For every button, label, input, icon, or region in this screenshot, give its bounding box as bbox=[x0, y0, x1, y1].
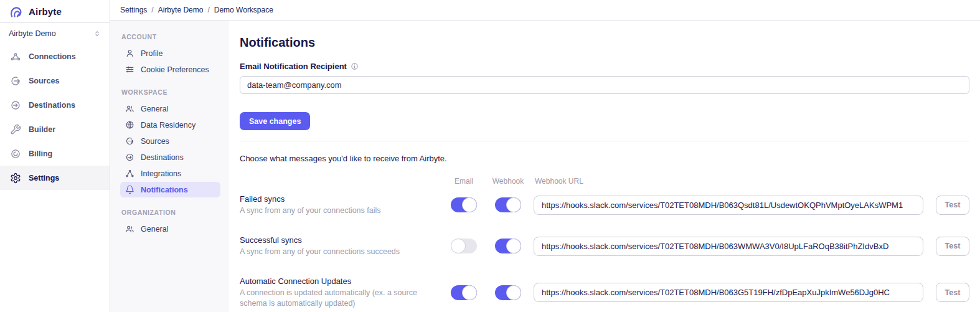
logo[interactable]: Airbyte bbox=[0, 0, 110, 23]
brand-name: Airbyte bbox=[29, 6, 62, 17]
sidebar-item-billing[interactable]: Billing bbox=[0, 141, 110, 166]
save-changes-button[interactable]: Save changes bbox=[240, 112, 310, 130]
webhook-toggle[interactable] bbox=[495, 197, 521, 212]
webhook-toggle[interactable] bbox=[495, 285, 521, 300]
user-icon bbox=[125, 49, 134, 58]
notification-row-successful-syncs: Successful syncs A sync from any of your… bbox=[240, 235, 969, 257]
breadcrumb-settings[interactable]: Settings bbox=[120, 6, 147, 14]
settings-nav-label: General bbox=[141, 105, 168, 113]
workspace-name: Airbyte Demo bbox=[9, 29, 56, 38]
divider bbox=[240, 141, 969, 141]
row-title: Successful syncs bbox=[240, 235, 440, 245]
webhook-url-input[interactable] bbox=[534, 196, 923, 215]
gear-icon bbox=[10, 173, 21, 184]
settings-nav-item-integrations[interactable]: Integrations bbox=[120, 166, 220, 181]
destination-icon bbox=[125, 153, 134, 162]
sidebar-item-label: Builder bbox=[29, 125, 55, 134]
settings-section-organization: ORGANIZATION General bbox=[120, 209, 220, 237]
row-description: A connection is updated automatically (e… bbox=[240, 288, 440, 309]
email-recipient-label: Email Notification Recipient bbox=[240, 62, 347, 71]
sidebar-item-sources[interactable]: Sources bbox=[0, 69, 110, 93]
email-column-header: Email bbox=[445, 177, 483, 186]
airbyte-logo-icon bbox=[9, 4, 24, 19]
section-title: WORKSPACE bbox=[120, 88, 220, 96]
sliders-icon bbox=[125, 65, 134, 74]
settings-nav-item-destinations[interactable]: Destinations bbox=[120, 149, 220, 165]
settings-nav-label: Destinations bbox=[141, 153, 184, 162]
breadcrumb-separator: / bbox=[207, 6, 209, 14]
webhook-url-column-header: Webhook URL bbox=[534, 177, 923, 186]
section-title: ORGANIZATION bbox=[120, 209, 220, 216]
settings-nav-label: Notifications bbox=[141, 186, 188, 194]
email-recipient-input[interactable] bbox=[240, 76, 969, 94]
chevrons-up-down-icon bbox=[93, 30, 101, 37]
source-icon bbox=[10, 75, 21, 87]
test-button[interactable]: Test bbox=[936, 283, 969, 302]
settings-nav-item-cookie-preferences[interactable]: Cookie Preferences bbox=[120, 62, 220, 77]
right-column: Settings / Airbyte Demo / Demo Workspace… bbox=[110, 0, 980, 312]
settings-nav-item-notifications[interactable]: Notifications bbox=[120, 182, 220, 197]
breadcrumb-organization[interactable]: Airbyte Demo bbox=[158, 6, 204, 14]
sidebar-item-builder[interactable]: Builder bbox=[0, 117, 110, 141]
connections-icon bbox=[10, 51, 21, 62]
main-sidebar: Airbyte Airbyte Demo Connections bbox=[0, 0, 110, 312]
sidebar-item-label: Destinations bbox=[29, 101, 75, 110]
settings-nav-label: Integrations bbox=[141, 169, 181, 178]
sidebar-item-label: Settings bbox=[29, 174, 59, 182]
info-icon[interactable] bbox=[351, 62, 359, 70]
email-toggle[interactable] bbox=[451, 239, 477, 253]
email-toggle[interactable] bbox=[451, 197, 477, 212]
webhook-url-input[interactable] bbox=[534, 237, 923, 256]
notifications-description: Choose what messages you'd like to recei… bbox=[240, 154, 969, 163]
settings-nav-item-org-general[interactable]: General bbox=[120, 221, 220, 237]
settings-nav-label: General bbox=[141, 225, 168, 234]
sidebar-item-destinations[interactable]: Destinations bbox=[0, 93, 110, 117]
settings-nav: ACCOUNT Profile bbox=[110, 21, 229, 312]
integrations-icon bbox=[125, 169, 134, 178]
users-icon bbox=[125, 104, 134, 113]
notifications-table: Email Webhook Webhook URL Failed syncs A… bbox=[240, 177, 969, 309]
toggle-knob bbox=[506, 239, 521, 253]
email-toggle[interactable] bbox=[451, 285, 477, 300]
breadcrumb-workspace[interactable]: Demo Workspace bbox=[214, 6, 273, 14]
row-title: Failed syncs bbox=[240, 194, 440, 204]
table-header: Email Webhook Webhook URL bbox=[240, 177, 969, 186]
toggle-knob bbox=[506, 197, 521, 212]
settings-nav-item-general[interactable]: General bbox=[120, 101, 220, 116]
webhook-url-input[interactable] bbox=[534, 283, 923, 302]
main-nav: Connections Sources Destinations bbox=[0, 44, 110, 190]
sidebar-item-label: Sources bbox=[29, 77, 59, 85]
settings-nav-item-data-residency[interactable]: Data Residency bbox=[120, 117, 220, 133]
source-icon bbox=[125, 136, 134, 146]
test-button[interactable]: Test bbox=[936, 237, 969, 256]
settings-section-account: ACCOUNT Profile bbox=[120, 33, 220, 77]
topbar: Settings / Airbyte Demo / Demo Workspace bbox=[110, 0, 980, 21]
globe-icon bbox=[125, 120, 134, 130]
test-button[interactable]: Test bbox=[936, 196, 969, 215]
toggle-knob bbox=[462, 285, 477, 300]
toggle-knob bbox=[506, 285, 521, 300]
page-title: Notifications bbox=[240, 35, 969, 50]
settings-nav-item-sources[interactable]: Sources bbox=[120, 133, 220, 149]
toggle-knob bbox=[451, 239, 466, 253]
destination-icon bbox=[10, 100, 21, 111]
settings-nav-label: Cookie Preferences bbox=[141, 65, 209, 74]
app-root: Airbyte Airbyte Demo Connections bbox=[0, 0, 980, 312]
settings-section-workspace: WORKSPACE General bbox=[120, 88, 220, 197]
section-title: ACCOUNT bbox=[120, 33, 220, 40]
main-content: Notifications Email Notification Recipie… bbox=[229, 21, 980, 312]
coin-icon bbox=[10, 148, 21, 159]
sidebar-item-settings[interactable]: Settings bbox=[0, 166, 110, 190]
breadcrumb-separator: / bbox=[151, 6, 153, 14]
sidebar-item-label: Connections bbox=[29, 52, 76, 61]
toggle-knob bbox=[462, 197, 477, 212]
workspace-selector[interactable]: Airbyte Demo bbox=[0, 23, 110, 44]
wrench-icon bbox=[10, 124, 21, 135]
sidebar-item-connections[interactable]: Connections bbox=[0, 44, 110, 69]
row-description: A sync from any of your connections fail… bbox=[240, 206, 440, 216]
settings-nav-label: Profile bbox=[141, 49, 163, 58]
settings-nav-item-profile[interactable]: Profile bbox=[120, 45, 220, 61]
webhook-toggle[interactable] bbox=[495, 239, 521, 253]
notification-row-failed-syncs: Failed syncs A sync from any of your con… bbox=[240, 194, 969, 216]
bell-icon bbox=[125, 185, 134, 194]
